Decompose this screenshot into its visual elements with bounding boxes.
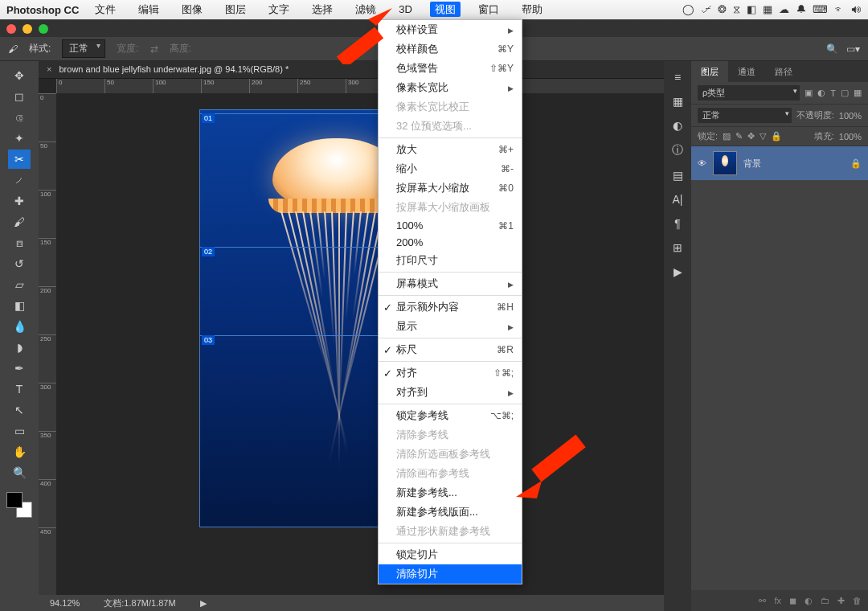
tool-move[interactable]: ✥ bbox=[8, 66, 31, 85]
tool-eraser[interactable]: ▱ bbox=[8, 275, 31, 294]
menu-item[interactable]: 显示 bbox=[379, 317, 522, 336]
menu-item[interactable]: 校样颜色⌘Y bbox=[379, 39, 522, 59]
menu-item-8[interactable]: 视图 bbox=[430, 2, 461, 17]
tool-shape[interactable]: ▭ bbox=[8, 421, 31, 441]
panel-adjust-icon[interactable]: ◐ bbox=[673, 119, 682, 132]
filter-image-icon[interactable]: ▣ bbox=[805, 88, 813, 98]
tab-paths[interactable]: 路径 bbox=[765, 61, 802, 82]
brush-icon[interactable]: 🖌 bbox=[8, 43, 18, 55]
lock-pos-icon[interactable]: ✥ bbox=[747, 131, 755, 141]
menu-item[interactable]: 打印尺寸 bbox=[379, 251, 522, 270]
filter-type-icon[interactable]: T bbox=[830, 88, 836, 98]
menu-item[interactable]: 校样设置 bbox=[379, 20, 522, 39]
style-select[interactable]: 正常 bbox=[62, 39, 105, 58]
menu-item[interactable]: 放大⌘+ bbox=[379, 140, 522, 159]
menu-item-7[interactable]: 3D bbox=[394, 2, 417, 17]
layer-row[interactable]: 👁 背景 🔒 bbox=[691, 146, 868, 180]
lock-trans-icon[interactable]: ▨ bbox=[723, 131, 731, 141]
tool-blur[interactable]: 💧 bbox=[8, 317, 31, 336]
slice-label[interactable]: 03 bbox=[202, 335, 215, 345]
close-tab-icon[interactable]: × bbox=[47, 64, 51, 74]
panel-sliders-icon[interactable]: ≡ bbox=[674, 71, 681, 84]
slice-label[interactable]: 01 bbox=[202, 113, 215, 123]
panel-grid-icon[interactable]: ▤ bbox=[673, 169, 683, 182]
tool-dodge[interactable]: ◗ bbox=[8, 338, 31, 357]
menu-item-4[interactable]: 文字 bbox=[264, 2, 294, 17]
menu-item[interactable]: 标尺⌘R bbox=[379, 340, 522, 359]
panel-swatch-icon[interactable]: ▦ bbox=[673, 95, 683, 108]
menu-item[interactable]: 缩小⌘- bbox=[379, 159, 522, 178]
lock-all-icon[interactable]: 🔒 bbox=[771, 131, 782, 141]
search-icon[interactable]: 🔍 bbox=[826, 43, 838, 55]
menu-item-2[interactable]: 图像 bbox=[177, 2, 207, 17]
tool-marquee[interactable]: ◻ bbox=[8, 87, 31, 106]
menu-item[interactable]: 锁定参考线⌥⌘; bbox=[379, 406, 522, 425]
menu-item-10[interactable]: 帮助 bbox=[517, 2, 547, 17]
tool-brush[interactable]: 🖌 bbox=[8, 212, 31, 232]
new-layer-icon[interactable]: ✚ bbox=[837, 596, 845, 606]
menu-item[interactable]: 100%⌘1 bbox=[379, 217, 522, 234]
adjustment-icon[interactable]: ◐ bbox=[805, 596, 813, 606]
menu-item[interactable]: 屏幕模式 bbox=[379, 274, 522, 293]
close-window-icon[interactable] bbox=[6, 24, 16, 34]
menu-item[interactable]: 按屏幕大小缩放⌘0 bbox=[379, 178, 522, 198]
filter-shape-icon[interactable]: ▢ bbox=[841, 88, 849, 98]
fx-icon[interactable]: fx bbox=[774, 596, 781, 605]
menu-item-9[interactable]: 窗口 bbox=[473, 2, 504, 17]
menu-item-5[interactable]: 选择 bbox=[307, 2, 338, 17]
group-icon[interactable]: 🗀 bbox=[821, 596, 829, 605]
visibility-icon[interactable]: 👁 bbox=[698, 158, 706, 168]
menu-item[interactable]: 200% bbox=[379, 234, 522, 251]
color-swatches[interactable] bbox=[6, 492, 32, 518]
menu-item-1[interactable]: 编辑 bbox=[133, 2, 164, 17]
menu-item-3[interactable]: 图层 bbox=[220, 2, 251, 17]
filter-adjust-icon[interactable]: ◐ bbox=[817, 88, 825, 98]
menu-item[interactable]: 新建参考线版面... bbox=[379, 502, 522, 522]
tool-path[interactable]: ↖ bbox=[8, 400, 31, 420]
trash-icon[interactable]: 🗑 bbox=[853, 596, 862, 605]
tab-layers[interactable]: 图层 bbox=[691, 61, 728, 82]
workspace-switcher-icon[interactable]: ▭▾ bbox=[846, 43, 860, 55]
lock-paint-icon[interactable]: ✎ bbox=[735, 131, 743, 141]
menu-item[interactable]: 对齐⇧⌘; bbox=[379, 363, 522, 383]
tool-heal[interactable]: ✚ bbox=[8, 191, 31, 211]
menu-item[interactable]: 对齐到 bbox=[379, 383, 522, 402]
tab-channels[interactable]: 通道 bbox=[728, 61, 765, 82]
menu-item[interactable]: 锁定切片 bbox=[379, 545, 522, 564]
panel-play-icon[interactable]: ▶ bbox=[674, 265, 682, 278]
link-icon[interactable]: ⚯ bbox=[759, 596, 766, 606]
tool-gradient[interactable]: ◧ bbox=[8, 296, 31, 315]
filter-smart-icon[interactable]: ▦ bbox=[854, 88, 862, 98]
slice-label[interactable]: 02 bbox=[202, 247, 215, 256]
view-menu-dropdown[interactable]: 校样设置校样颜色⌘Y色域警告⇧⌘Y像素长宽比像素长宽比校正32 位预览选项...… bbox=[378, 19, 522, 584]
minimize-window-icon[interactable] bbox=[23, 24, 32, 34]
menu-item[interactable]: 像素长宽比 bbox=[379, 78, 522, 97]
panel-char-icon[interactable]: A| bbox=[673, 193, 683, 206]
tool-hand[interactable]: ✋ bbox=[8, 442, 31, 461]
swap-icon[interactable]: ⇄ bbox=[150, 43, 158, 55]
tool-history[interactable]: ↺ bbox=[8, 254, 31, 273]
layer-filter-select[interactable]: ρ类型 bbox=[698, 85, 800, 100]
menu-item[interactable]: 显示额外内容⌘H bbox=[379, 297, 522, 317]
layer-name[interactable]: 背景 bbox=[743, 158, 761, 170]
tool-wand[interactable]: ✦ bbox=[8, 129, 31, 148]
tool-crop[interactable]: ✂ bbox=[8, 150, 31, 169]
tool-pen[interactable]: ✒ bbox=[8, 359, 31, 378]
lock-artboard-icon[interactable]: ▽ bbox=[760, 131, 766, 141]
panel-info-icon[interactable]: ⓘ bbox=[672, 143, 683, 158]
mask-icon[interactable]: ◼ bbox=[789, 596, 796, 606]
fill-value[interactable]: 100% bbox=[839, 132, 862, 141]
tool-eyedrop[interactable]: ⟋ bbox=[8, 170, 31, 190]
menu-item[interactable]: 新建参考线... bbox=[379, 483, 522, 502]
panel-para-icon[interactable]: ¶ bbox=[674, 217, 681, 230]
tool-lasso[interactable]: ⟃ bbox=[8, 108, 31, 127]
blend-mode-select[interactable]: 正常 bbox=[698, 108, 792, 123]
zoom-level[interactable]: 94.12% bbox=[50, 598, 80, 608]
opacity-value[interactable]: 100% bbox=[839, 111, 862, 121]
panel-style-icon[interactable]: ⊞ bbox=[673, 241, 682, 254]
zoom-window-icon[interactable] bbox=[39, 24, 48, 34]
menu-item[interactable]: 清除切片 bbox=[379, 564, 522, 584]
tool-stamp[interactable]: ⧈ bbox=[8, 233, 31, 252]
menu-item-0[interactable]: 文件 bbox=[90, 2, 121, 17]
layer-thumbnail[interactable] bbox=[713, 151, 737, 175]
